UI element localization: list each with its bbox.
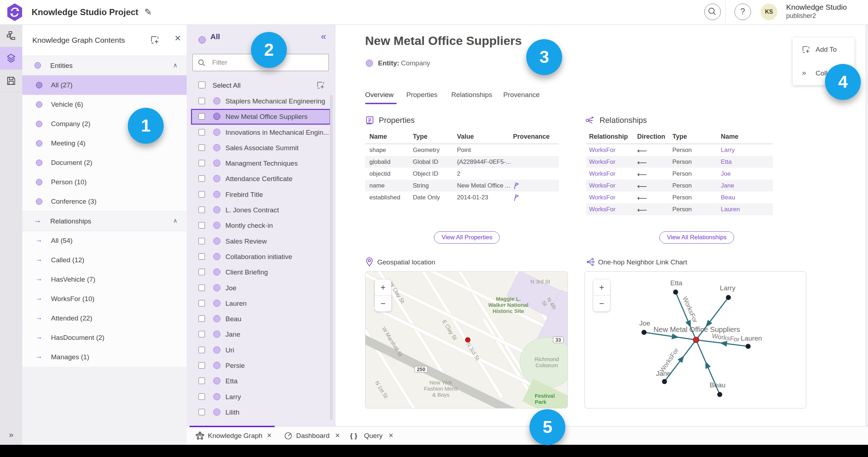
item-checkbox[interactable] (199, 191, 205, 198)
list-item[interactable]: Sales Associate Summit (187, 140, 335, 156)
list-scrollbar[interactable] (330, 95, 333, 420)
chevron-up-icon[interactable]: ∧ (173, 56, 177, 74)
related-name-link[interactable]: Larry (721, 147, 735, 154)
item-checkbox[interactable] (199, 238, 205, 244)
item-checkbox[interactable] (199, 129, 205, 135)
list-item[interactable]: New Metal Office Suppliers (191, 109, 331, 124)
entity-type-item[interactable]: All (27) (22, 75, 187, 95)
related-name-link[interactable]: Joe (721, 170, 731, 177)
rail-item-save[interactable] (0, 70, 22, 92)
list-item[interactable]: Collaboration initiative (187, 249, 335, 264)
avatar[interactable]: KS (761, 4, 777, 20)
list-item[interactable]: Firebird Title (187, 187, 335, 202)
item-checkbox[interactable] (199, 300, 205, 306)
list-item[interactable]: Lauren (187, 296, 335, 311)
item-checkbox[interactable] (199, 98, 205, 104)
item-checkbox[interactable] (199, 144, 205, 151)
geospatial-map[interactable]: W Clay StE Clay StW Marshall StN 3rd StN… (365, 271, 568, 408)
item-checkbox[interactable] (199, 331, 205, 337)
item-checkbox[interactable] (199, 207, 205, 213)
entity-type-item[interactable]: Conference (3) (22, 192, 187, 211)
list-item[interactable]: Staplers Mechanical Engineering (187, 93, 335, 109)
list-item[interactable]: Persie (187, 358, 335, 373)
collapse-panel-icon[interactable]: « (321, 31, 326, 42)
zoom-out-button[interactable]: − (593, 295, 610, 311)
graph-node[interactable] (673, 290, 678, 295)
list-item[interactable]: Montly check-in (187, 218, 335, 233)
help-button[interactable]: ? (734, 4, 751, 20)
relationship-type-item[interactable]: → HasVehicle (7) (22, 270, 187, 289)
edit-title-icon[interactable]: ✎ (144, 0, 152, 24)
close-tab-icon[interactable]: ✕ (388, 426, 393, 445)
graph-node[interactable] (746, 344, 751, 349)
entities-section-header[interactable]: Entities ∧ (22, 56, 187, 75)
relationship-link[interactable]: WorksFor (589, 182, 615, 189)
graph-node[interactable] (641, 330, 647, 335)
search-button[interactable] (704, 4, 721, 20)
item-checkbox[interactable] (199, 113, 205, 120)
item-checkbox[interactable] (199, 393, 205, 400)
related-name-link[interactable]: Lauren (721, 206, 740, 213)
relationship-link[interactable]: WorksFor (589, 194, 615, 201)
list-item[interactable]: Joe (187, 280, 335, 296)
tab-overview[interactable]: Overview (365, 91, 393, 99)
tab-properties[interactable]: Properties (406, 91, 438, 99)
item-checkbox[interactable] (199, 269, 205, 275)
item-checkbox[interactable] (199, 175, 205, 182)
list-item[interactable]: Beau (187, 311, 335, 327)
relationship-link[interactable]: WorksFor (589, 158, 615, 166)
entity-type-item[interactable]: Vehicle (6) (22, 95, 187, 114)
item-checkbox[interactable] (199, 253, 205, 260)
add-to-menu-item[interactable]: Add To (793, 38, 854, 61)
graph-center-node[interactable] (693, 337, 699, 343)
tab-knowledge-graph[interactable]: Knowledge Graph ✕ (190, 426, 279, 445)
list-item[interactable]: Client Briefing (187, 264, 335, 280)
list-item[interactable]: Lilith (187, 405, 335, 420)
list-item[interactable]: Innovations in Mechanical Engin... (187, 125, 335, 140)
close-tab-icon[interactable]: ✕ (267, 426, 272, 445)
one-hop-link-chart[interactable]: EttaLarryJoeLaurenJaneBeauNew Metal Offi… (584, 271, 806, 408)
item-checkbox[interactable] (199, 222, 205, 228)
entity-type-item[interactable]: Document (2) (22, 153, 187, 172)
close-contents-panel-icon[interactable]: ✕ (174, 34, 181, 43)
relationship-type-item[interactable]: → All (54) (22, 231, 187, 250)
item-checkbox[interactable] (199, 378, 205, 384)
select-all-checkbox[interactable] (199, 82, 205, 88)
tab-query[interactable]: { } Query ✕ (346, 426, 397, 445)
graph-node[interactable] (726, 295, 731, 300)
zoom-out-button[interactable]: − (375, 295, 391, 311)
zoom-in-button[interactable]: + (375, 280, 391, 295)
add-selection-button[interactable] (316, 80, 325, 90)
provenance-flag-icon[interactable] (513, 194, 519, 201)
view-all-properties-button[interactable]: View All Properties (434, 231, 500, 244)
tab-relationships[interactable]: Relationships (451, 91, 492, 99)
rail-item-layers[interactable] (0, 47, 22, 70)
list-item[interactable]: Uri (187, 342, 335, 358)
item-checkbox[interactable] (199, 285, 205, 291)
relationship-type-item[interactable]: → Called (12) (22, 250, 187, 270)
related-name-link[interactable]: Jane (721, 182, 734, 189)
item-checkbox[interactable] (199, 362, 205, 369)
add-content-button[interactable] (150, 35, 160, 45)
item-checkbox[interactable] (199, 347, 205, 353)
related-name-link[interactable]: Etta (721, 158, 732, 166)
relationship-type-item[interactable]: → WorksFor (10) (22, 289, 187, 309)
provenance-flag-icon[interactable] (513, 182, 519, 189)
graph-node[interactable] (717, 392, 722, 397)
entity-type-item[interactable]: Person (10) (22, 172, 187, 192)
list-item[interactable]: Larry (187, 389, 335, 405)
graph-node[interactable] (662, 379, 667, 384)
relationship-type-item[interactable]: → HasDocument (2) (22, 328, 187, 347)
tab-dashboard[interactable]: Dashboard ✕ (282, 426, 343, 445)
relationships-section-header[interactable]: → Relationships ∧ (22, 211, 187, 231)
main-scrollbar[interactable] (865, 24, 868, 426)
relationship-link[interactable]: WorksFor (589, 206, 615, 213)
item-checkbox[interactable] (199, 160, 205, 166)
zoom-in-button[interactable]: + (593, 280, 610, 295)
related-name-link[interactable]: Beau (721, 194, 735, 201)
list-item[interactable]: Attendance Certificate (187, 171, 335, 186)
rail-expand-button[interactable]: » (0, 430, 22, 440)
chevron-up-icon[interactable]: ∧ (173, 212, 177, 230)
item-checkbox[interactable] (199, 315, 205, 322)
list-item[interactable]: L. Jones Contract (187, 202, 335, 218)
